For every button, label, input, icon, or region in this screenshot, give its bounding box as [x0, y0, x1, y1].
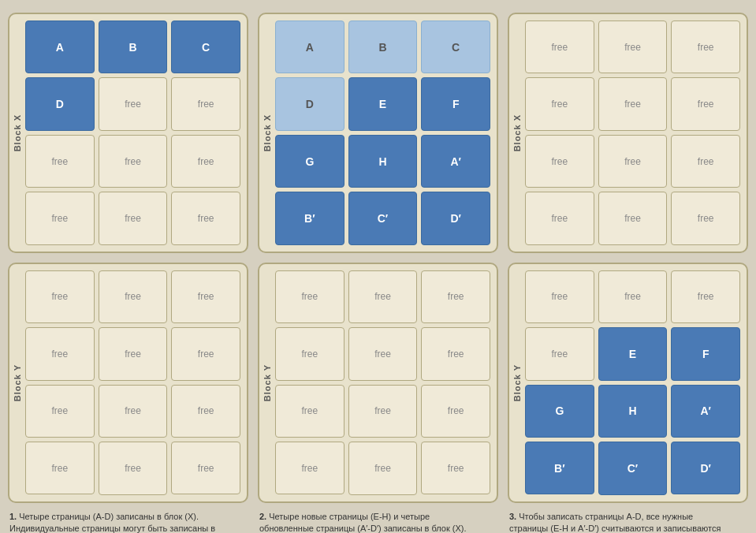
- cell-3-1-0-1: free: [598, 270, 668, 323]
- block-y-grid-1: freefreefreefreefreefreefreefreefreefree…: [25, 270, 240, 495]
- block-x-wrapper-1: Block XABCDfreefreefreefreefreefreefreef…: [8, 13, 248, 253]
- block-x-wrapper-3: Block Xfreefreefreefreefreefreefreefreef…: [508, 13, 748, 253]
- cell-2-0-3-1: C′: [348, 192, 418, 244]
- cell-3-0-2-2: free: [671, 135, 740, 188]
- cell-3-1-3-0: B′: [525, 442, 594, 494]
- cell-3-1-0-2: free: [671, 270, 740, 323]
- block-x-grid-2: ABCDEFGHA′B′C′D′: [275, 20, 490, 245]
- cell-1-0-2-1: free: [99, 135, 168, 188]
- cell-2-1-2-0: free: [275, 385, 344, 438]
- block-y-wrapper-2: Block Yfreefreefreefreefreefreefreefreef…: [258, 263, 498, 503]
- cell-2-0-2-0: G: [275, 135, 344, 188]
- cell-1-0-0-2: C: [171, 20, 240, 73]
- cell-1-1-2-0: free: [25, 385, 95, 438]
- cell-2-0-3-2: D′: [421, 192, 490, 244]
- cell-2-1-3-2: free: [421, 442, 490, 494]
- cell-1-0-1-1: free: [99, 77, 168, 130]
- cell-1-1-1-2: free: [171, 327, 240, 380]
- cell-2-1-1-2: free: [421, 327, 490, 380]
- cell-1-1-0-1: free: [99, 270, 168, 323]
- cell-1-1-1-0: free: [25, 327, 95, 380]
- cell-3-1-2-1: H: [598, 385, 668, 438]
- cell-2-1-1-1: free: [348, 327, 418, 380]
- cell-3-1-1-2: F: [671, 327, 740, 380]
- cell-3-1-0-0: free: [525, 270, 594, 323]
- cell-3-0-0-2: free: [671, 20, 740, 73]
- block-x-wrapper-2: Block XABCDEFGHA′B′C′D′: [258, 13, 498, 253]
- cell-1-0-0-0: A: [25, 20, 95, 73]
- cell-1-1-2-1: free: [99, 385, 168, 438]
- diagram-section-2: Block XABCDEFGHA′B′C′D′Block Yfreefreefr…: [258, 13, 498, 533]
- caption-num-2: 2.: [259, 512, 269, 521]
- cell-3-0-1-2: free: [671, 77, 740, 130]
- cell-1-1-0-2: free: [171, 270, 240, 323]
- block-y-wrapper-3: Block YfreefreefreefreeEFGHA′B′C′D′: [508, 263, 748, 503]
- cell-1-1-2-2: free: [171, 385, 240, 438]
- cell-2-0-1-0: D: [275, 77, 344, 130]
- cell-1-1-3-1: free: [99, 442, 168, 494]
- caption-3: 3. Чтобы записать страницы A-D, все нужн…: [508, 511, 728, 534]
- cell-3-0-2-1: free: [598, 135, 668, 188]
- cell-2-0-0-1: B: [348, 20, 418, 73]
- cell-2-1-3-1: free: [348, 442, 418, 494]
- cell-1-0-2-2: free: [171, 135, 240, 188]
- cell-3-1-2-0: G: [525, 385, 594, 438]
- cell-1-1-0-0: free: [25, 270, 95, 323]
- cell-1-0-0-1: B: [99, 20, 168, 73]
- cell-1-1-3-2: free: [171, 442, 240, 494]
- cell-1-0-3-1: free: [99, 192, 168, 244]
- diagram-section-1: Block XABCDfreefreefreefreefreefreefreef…: [8, 13, 248, 533]
- cell-3-0-3-1: free: [598, 192, 668, 244]
- cell-1-1-3-0: free: [25, 442, 95, 494]
- block-x-grid-3: freefreefreefreefreefreefreefreefreefree…: [525, 20, 740, 245]
- cell-3-0-3-2: free: [671, 192, 740, 244]
- cell-3-0-3-0: free: [525, 192, 594, 244]
- block-y-label-1: Block Y: [13, 364, 22, 401]
- page-container: Block XABCDfreefreefreefreefreefreefreef…: [8, 13, 748, 533]
- cell-3-0-0-0: free: [525, 20, 594, 73]
- cell-3-0-1-0: free: [525, 77, 594, 130]
- caption-num-3: 3.: [509, 512, 519, 521]
- caption-num-1: 1.: [9, 512, 19, 521]
- cell-2-1-0-0: free: [275, 270, 344, 323]
- cell-2-0-1-2: F: [421, 77, 490, 130]
- cell-1-0-3-2: free: [171, 192, 240, 244]
- cell-2-1-3-0: free: [275, 442, 344, 494]
- cell-2-1-2-1: free: [348, 385, 418, 438]
- diagram-section-3: Block Xfreefreefreefreefreefreefreefreef…: [508, 13, 748, 533]
- block-x-label-2: Block X: [263, 114, 272, 151]
- cell-2-1-0-1: free: [348, 270, 418, 323]
- caption-2: 2. Четыре новые страницы (E-H) и четыре …: [258, 511, 479, 534]
- cell-2-1-2-2: free: [421, 385, 490, 438]
- cell-3-1-3-2: D′: [671, 442, 740, 494]
- cell-2-1-0-2: free: [421, 270, 490, 323]
- cell-3-0-0-1: free: [598, 20, 668, 73]
- block-y-grid-2: freefreefreefreefreefreefreefreefreefree…: [275, 270, 490, 495]
- cell-2-1-1-0: free: [275, 327, 344, 380]
- cell-3-1-2-2: A′: [671, 385, 740, 438]
- cell-3-1-1-1: E: [598, 327, 668, 380]
- cell-2-0-0-0: A: [275, 20, 344, 73]
- block-y-label-3: Block Y: [512, 364, 522, 401]
- block-y-label-2: Block Y: [263, 364, 272, 401]
- cell-1-0-1-0: D: [25, 77, 95, 130]
- block-y-grid-3: freefreefreefreeEFGHA′B′C′D′: [525, 270, 740, 495]
- cell-2-0-1-1: E: [348, 77, 418, 130]
- block-x-label-1: Block X: [13, 114, 22, 151]
- cell-1-1-1-1: free: [99, 327, 168, 380]
- cell-3-0-1-1: free: [598, 77, 668, 130]
- caption-1: 1. Четыре страницы (A-D) записаны в блок…: [8, 511, 229, 534]
- cell-3-1-3-1: C′: [598, 442, 668, 494]
- cell-1-0-2-0: free: [25, 135, 95, 188]
- block-y-wrapper-1: Block Yfreefreefreefreefreefreefreefreef…: [8, 263, 248, 503]
- cell-1-0-3-0: free: [25, 192, 95, 244]
- cell-2-0-2-2: A′: [421, 135, 490, 188]
- cell-1-0-1-2: free: [171, 77, 240, 130]
- block-x-grid-1: ABCDfreefreefreefreefreefreefreefree: [25, 20, 240, 245]
- cell-3-1-1-0: free: [525, 327, 594, 380]
- cell-2-0-3-0: B′: [275, 192, 344, 244]
- cell-2-0-0-2: C: [421, 20, 490, 73]
- cell-3-0-2-0: free: [525, 135, 594, 188]
- block-x-label-3: Block X: [512, 114, 522, 151]
- cell-2-0-2-1: H: [348, 135, 418, 188]
